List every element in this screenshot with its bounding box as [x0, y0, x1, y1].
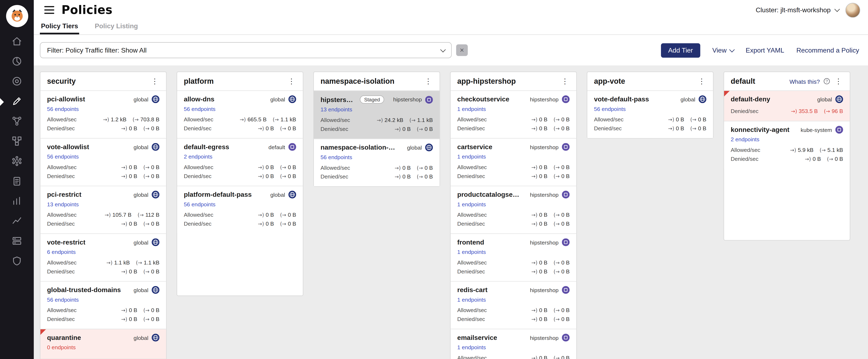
avatar[interactable]	[845, 2, 860, 18]
tier-menu-button[interactable]: ⋮	[150, 78, 159, 85]
traffic-label: Denied/sec	[47, 124, 75, 133]
egress-value: (→96 B	[824, 107, 843, 116]
endpoints-link[interactable]: 1 endpoints	[457, 344, 486, 350]
endpoints-link[interactable]: 56 endpoints	[184, 201, 216, 208]
policy-name: default-egress	[184, 143, 229, 150]
tier-menu-button[interactable]: ⋮	[697, 78, 706, 85]
sidebar-item-cluster[interactable]	[0, 56, 34, 68]
view-dropdown[interactable]: View	[712, 46, 733, 54]
endpoints-link[interactable]: 1 endpoints	[457, 201, 486, 208]
policy-name: quarantine	[47, 334, 81, 341]
cluster-selector[interactable]: Cluster: jlt-msft-workshop	[756, 6, 839, 14]
egress-icon: (→	[690, 115, 696, 124]
egress-value: (→0 B	[280, 172, 296, 181]
endpoints-link[interactable]: 0 endpoints	[47, 344, 76, 350]
egress-icon: (→	[280, 163, 286, 172]
sidebar-item-service-graph[interactable]	[0, 116, 34, 128]
policy-name-row: redis-carthipstershop	[457, 286, 570, 294]
egress-value: (→0 B	[280, 220, 296, 228]
policy-card[interactable]: emailservicehipstershop1 endpointsAllowe…	[451, 329, 576, 359]
chevron-down-icon	[834, 7, 840, 12]
policy-card[interactable]: namespace-isolation-default-p...global56…	[314, 139, 440, 186]
chevron-down-icon	[729, 47, 735, 52]
ingress-icon: →)	[531, 172, 537, 181]
tier-menu-button[interactable]: ⋮	[287, 78, 296, 85]
policy-card[interactable]: cartservicehipstershop1 endpointsAllowed…	[451, 139, 576, 186]
endpoints-link[interactable]: 6 endpoints	[47, 249, 76, 255]
policy-card[interactable]: vote-default-passglobal56 endpointsAllow…	[587, 91, 713, 138]
ingress-amount: 353.5 B	[799, 107, 818, 116]
recommend-policy-link[interactable]: Recommend a Policy	[797, 46, 859, 54]
endpoints-link[interactable]: 1 endpoints	[457, 154, 486, 160]
policy-card[interactable]: pci-allowlistglobal56 endpointsAllowed/s…	[40, 91, 166, 139]
sidebar-item-security[interactable]	[0, 255, 34, 268]
policy-card[interactable]: frontendhipstershop1 endpointsAllowed/se…	[451, 234, 576, 281]
traffic-row: Denied/sec→)0 B(→0 B	[457, 220, 570, 228]
endpoints-link[interactable]: 56 endpoints	[184, 106, 216, 112]
sidebar-item-alerts[interactable]	[0, 196, 34, 208]
endpoints-link[interactable]: 56 endpoints	[47, 106, 79, 112]
view-label: View	[712, 46, 726, 54]
policy-card[interactable]: redis-carthipstershop1 endpointsAllowed/…	[451, 282, 576, 329]
policy-card[interactable]: pci-restrictglobal13 endpointsAllowed/se…	[40, 186, 166, 234]
endpoints-link[interactable]: 56 endpoints	[320, 154, 352, 160]
sidebar-item-policies[interactable]	[0, 96, 34, 108]
tier-menu-button[interactable]: ⋮	[424, 78, 433, 85]
tier-help-link[interactable]: Whats this?	[789, 78, 820, 85]
policy-card[interactable]: global-trusted-domainsglobal56 endpoints…	[40, 282, 166, 329]
policy-name-row: emailservicehipstershop	[457, 334, 570, 341]
endpoints-link[interactable]: 56 endpoints	[47, 154, 79, 160]
endpoints-link[interactable]: 56 endpoints	[594, 106, 626, 112]
policy-card[interactable]: quarantineglobal0 endpoints	[40, 329, 166, 359]
add-tier-button[interactable]: Add Tier	[661, 43, 700, 57]
tier-title: security	[47, 77, 76, 85]
policy-name-row: default-denyglobal	[731, 95, 843, 103]
export-yaml-link[interactable]: Export YAML	[746, 46, 784, 54]
policy-card[interactable]: allow-dnsglobal56 endpointsAllowed/sec→)…	[177, 91, 303, 139]
ingress-amount: 0 B	[266, 220, 274, 228]
global-scope-icon	[699, 95, 706, 103]
policy-card[interactable]: default-denyglobalDenied/sec→)353.5 B(→9…	[724, 91, 850, 121]
tab-policy-listing[interactable]: Policy Listing	[94, 22, 139, 34]
menu-icon[interactable]	[44, 5, 54, 15]
policy-card[interactable]: checkoutservicehipstershop1 endpointsAll…	[451, 91, 576, 139]
policy-card[interactable]: vote-allowlistglobal56 endpointsAllowed/…	[40, 139, 166, 186]
tier-menu-button[interactable]: ⋮	[834, 78, 843, 85]
policy-card[interactable]: platform-default-passglobal56 endpointsA…	[177, 186, 303, 233]
endpoints-link[interactable]: 13 endpoints	[47, 201, 79, 208]
sidebar-item-storage[interactable]	[0, 236, 34, 248]
endpoints-link[interactable]: 1 endpoints	[457, 106, 486, 112]
policy-card[interactable]: productcatalogservicehipstershop1 endpoi…	[451, 186, 576, 234]
policy-traffic-filter-select[interactable]: Filter: Policy Traffic filter: Show All	[40, 42, 452, 58]
endpoints-link[interactable]: 1 endpoints	[457, 297, 486, 303]
tier-header-actions: ⋮	[424, 78, 433, 85]
ingress-icon: →)	[106, 258, 113, 267]
endpoints-link[interactable]: 13 endpoints	[320, 106, 352, 112]
policy-scope: global	[680, 96, 695, 102]
egress-icon: (→	[554, 220, 560, 228]
traffic-row: Allowed/sec→)0 B(→0 B	[457, 163, 570, 172]
clear-filter-button[interactable]: ×	[456, 44, 468, 56]
sidebar-item-activity[interactable]	[0, 216, 34, 228]
calico-logo[interactable]	[6, 5, 28, 27]
endpoints-link[interactable]: 2 endpoints	[184, 154, 212, 160]
tier-menu-button[interactable]: ⋮	[560, 78, 569, 85]
policy-card[interactable]: hipstershop-gh...Stagedhipstershop13 end…	[314, 91, 440, 139]
tab-policy-tiers[interactable]: Policy Tiers	[40, 22, 79, 34]
sidebar-item-endpoints[interactable]	[0, 76, 34, 88]
policy-card[interactable]: default-egressdefault2 endpointsAllowed/…	[177, 139, 303, 186]
endpoints-link[interactable]: 1 endpoints	[457, 249, 486, 255]
endpoints-link[interactable]: 2 endpoints	[731, 136, 759, 142]
traffic-row: Allowed/sec→)1.1 kB(→1.1 kB	[47, 258, 159, 267]
policy-card[interactable]: vote-restrictglobal6 endpointsAllowed/se…	[40, 234, 166, 281]
sidebar-item-home[interactable]	[0, 36, 34, 48]
ingress-amount: 105.7 B	[113, 211, 131, 220]
ingress-amount: 0 B	[402, 164, 411, 172]
sidebar-item-compliance[interactable]	[0, 176, 34, 188]
egress-amount: 0 B	[698, 124, 706, 133]
ingress-value: →)0 B	[531, 124, 548, 133]
endpoints-link[interactable]: 56 endpoints	[47, 297, 79, 303]
policy-card[interactable]: konnectivity-agentkube-system2 endpoints…	[724, 121, 850, 168]
sidebar-item-workloads[interactable]	[0, 156, 34, 168]
sidebar-item-network[interactable]	[0, 136, 34, 148]
